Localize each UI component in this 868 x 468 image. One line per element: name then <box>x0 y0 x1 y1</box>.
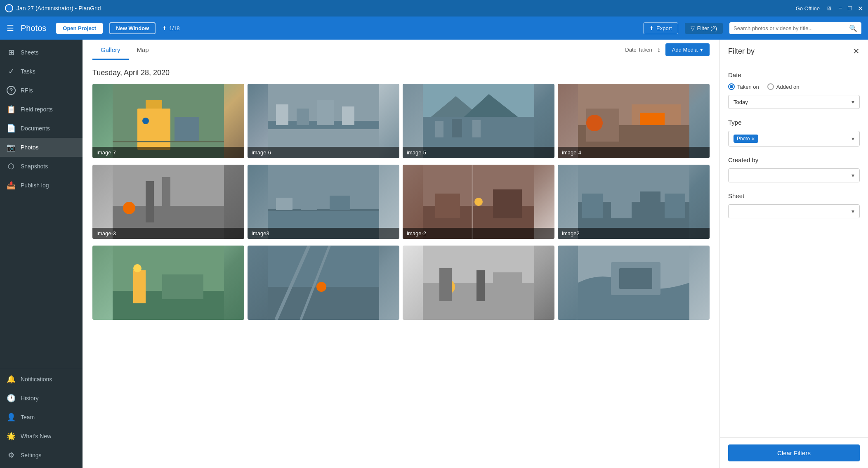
sort-icon[interactable]: ↕ <box>657 46 660 54</box>
tab-map[interactable]: Map <box>129 40 157 60</box>
search-input[interactable] <box>734 25 847 31</box>
photo-grid-row3 <box>92 246 710 320</box>
svg-rect-45 <box>611 189 632 218</box>
export-label: Export <box>656 25 672 31</box>
sidebar-item-publish-log[interactable]: 📤 Publish log <box>0 176 83 195</box>
created-by-select-box[interactable]: ▾ <box>728 168 860 182</box>
sidebar-item-settings[interactable]: ⚙ Settings <box>0 446 83 465</box>
filter-type-label: Type <box>728 119 860 126</box>
svg-rect-15 <box>452 119 462 137</box>
photo-item-row3-3[interactable] <box>403 246 554 320</box>
sidebar-item-team[interactable]: 👤 Team <box>0 408 83 427</box>
add-media-chevron-icon: ▾ <box>700 47 703 53</box>
sidebar-item-rfis[interactable]: ? RFIs <box>0 81 83 100</box>
photo-item-img-5[interactable]: image-5 <box>403 84 554 158</box>
photo-item-row3-1[interactable] <box>92 246 244 320</box>
photo-label-img-7: image-7 <box>92 147 244 158</box>
go-offline-button[interactable]: Go Offline <box>796 5 820 12</box>
sidebar-item-notifications[interactable]: 🔔 Notifications <box>0 370 83 389</box>
svg-rect-63 <box>493 272 522 293</box>
added-on-label: Added on <box>776 84 800 90</box>
filter-close-button[interactable]: ✕ <box>853 46 860 56</box>
filter-date-radio-group: Taken on Added on <box>728 83 860 90</box>
filter-icon: ▽ <box>691 25 695 31</box>
filter-section-sheet: Sheet ▾ <box>728 192 860 218</box>
sidebar-item-whats-new[interactable]: 🌟 What's New <box>0 427 83 446</box>
close-button[interactable]: ✕ <box>858 5 863 12</box>
added-on-radio-dot <box>767 83 774 90</box>
svg-rect-61 <box>439 268 452 301</box>
tabs-right: Date Taken ↕ Add Media ▾ <box>625 43 710 56</box>
sidebar-item-snapshots[interactable]: ⬡ Snapshots <box>0 157 83 176</box>
filter-panel: Filter by ✕ Date Taken on Added on <box>719 40 868 468</box>
sidebar-item-documents[interactable]: 📄 Documents <box>0 119 83 138</box>
sidebar-item-sheets[interactable]: ⊞ Sheets <box>0 43 83 62</box>
open-project-button[interactable]: Open Project <box>56 23 103 34</box>
svg-rect-47 <box>665 194 685 218</box>
photo-thumb-row3-4 <box>558 246 710 320</box>
svg-rect-33 <box>276 198 292 210</box>
svg-rect-34 <box>301 194 317 210</box>
date-select-box[interactable]: Today ▾ <box>728 95 860 109</box>
minimize-button[interactable]: − <box>838 5 842 12</box>
maximize-button[interactable]: □ <box>848 5 852 12</box>
date-header: Tuesday, April 28, 2020 <box>92 69 710 77</box>
photo-tag-remove-button[interactable]: × <box>751 135 755 142</box>
photo-item-img2[interactable]: image2 <box>558 165 710 239</box>
photo-item-img-2[interactable]: image-2 <box>403 165 554 239</box>
sidebar-item-history[interactable]: 🕐 History <box>0 389 83 408</box>
tab-gallery[interactable]: Gallery <box>92 40 129 60</box>
type-select-box[interactable]: Photo × ▾ <box>728 131 860 147</box>
photo-thumb-row3-1 <box>92 246 244 320</box>
svg-rect-44 <box>582 194 603 218</box>
tabs-left: Gallery Map <box>92 40 157 60</box>
sidebar-item-field-reports[interactable]: 📋 Field reports <box>0 100 83 119</box>
photo-item-row3-2[interactable] <box>248 246 399 320</box>
photo-item-img-6[interactable]: image-6 <box>248 84 399 158</box>
new-window-button[interactable]: New Window <box>109 22 156 34</box>
svg-rect-28 <box>162 177 170 222</box>
photo-item-img3[interactable]: image3 <box>248 165 399 239</box>
filter-label: Filter (2) <box>697 25 717 31</box>
sidebar-item-label-tasks: Tasks <box>21 68 35 75</box>
clear-filters-button[interactable]: Clear Filters <box>728 444 860 461</box>
filter-taken-on-option[interactable]: Taken on <box>728 83 759 90</box>
svg-point-57 <box>316 282 326 292</box>
svg-rect-16 <box>472 120 481 137</box>
add-media-label: Add Media <box>672 47 698 53</box>
sheet-select-box[interactable]: ▾ <box>728 204 860 218</box>
sidebar-item-tasks[interactable]: ✓ Tasks <box>0 62 83 81</box>
type-select-chevron-icon: ▾ <box>851 135 854 142</box>
sidebar-item-photos[interactable]: 📷 Photos <box>0 138 83 157</box>
add-media-button[interactable]: Add Media ▾ <box>665 43 710 56</box>
svg-point-3 <box>142 118 149 124</box>
filter-button[interactable]: ▽ Filter (2) <box>685 23 723 34</box>
photo-item-img-4[interactable]: image-4 <box>558 84 710 158</box>
photo-svg-row3-1 <box>92 246 244 320</box>
photo-label-img-4: image-4 <box>558 147 710 158</box>
date-select-chevron-icon: ▾ <box>851 99 854 105</box>
whats-new-icon: 🌟 <box>7 432 16 441</box>
svg-rect-14 <box>435 121 443 137</box>
field-reports-icon: 📋 <box>7 105 16 114</box>
photo-label-img-5: image-5 <box>403 147 554 158</box>
app-header: ☰ Photos Open Project New Window ⬆ 1/18 … <box>0 17 868 40</box>
hamburger-menu-icon[interactable]: ☰ <box>7 23 14 33</box>
notifications-icon: 🔔 <box>7 375 16 384</box>
gallery-scroll[interactable]: Tuesday, April 28, 2020 imag <box>83 60 719 468</box>
photo-item-img-7[interactable]: image-7 <box>92 84 244 158</box>
sidebar-item-label-documents: Documents <box>21 125 50 132</box>
app-icon <box>5 4 13 12</box>
search-box[interactable]: 🔍 <box>729 22 861 34</box>
svg-rect-27 <box>146 181 154 222</box>
photo-item-img-3[interactable]: image-3 <box>92 165 244 239</box>
export-icon: ⬆ <box>649 25 654 31</box>
photo-svg-row3-3 <box>403 246 554 320</box>
filter-body: Date Taken on Added on Today ▾ <box>720 63 868 437</box>
sidebar-item-label-photos: Photos <box>21 144 39 151</box>
photo-label-img-2: image-2 <box>403 228 554 239</box>
photo-item-row3-4[interactable] <box>558 246 710 320</box>
export-button[interactable]: ⬆ Export <box>643 22 678 34</box>
sidebar-item-label-notifications: Notifications <box>21 376 52 383</box>
filter-added-on-option[interactable]: Added on <box>767 83 800 90</box>
